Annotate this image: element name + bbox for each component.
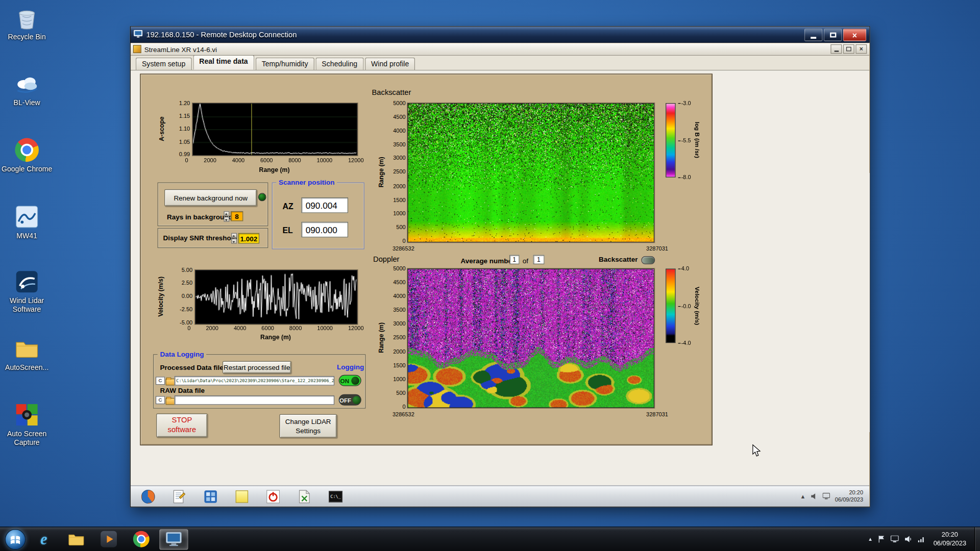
tick-label: 2500: [393, 169, 406, 175]
doppler-x-ticks: 32865323287031: [393, 411, 668, 417]
average-number-label: Average number: [460, 257, 514, 264]
desktop-icon-autoscreen-folder[interactable]: AutoScreen...: [0, 336, 54, 372]
ascope-y-ticks: 1.201.151.101.050.99: [169, 100, 190, 158]
tick-label: 3286532: [393, 411, 414, 417]
rdp-minimize-button[interactable]: [804, 29, 823, 41]
desktop-icon-label: Recycle Bin: [8, 33, 45, 42]
taskbar-explorer-icon[interactable]: [62, 529, 90, 549]
doppler-heatmap: [407, 269, 654, 408]
backscatter-y-axis-label: Range (m): [377, 103, 385, 241]
tick-label: -3.0: [678, 100, 691, 106]
tab-real-time-data[interactable]: Real time data: [193, 55, 254, 70]
remote-network-icon[interactable]: [822, 491, 830, 502]
tab-temp-humidity[interactable]: Temp/humidity: [255, 58, 314, 70]
rays-in-background-field[interactable]: 8: [231, 211, 243, 221]
remote-xr-document-icon[interactable]: [297, 489, 312, 504]
show-desktop-button[interactable]: [974, 527, 980, 551]
doppler-section-title: Doppler: [373, 255, 399, 264]
average-of-label: of: [523, 257, 528, 264]
raw-drive-selector[interactable]: C: [156, 396, 165, 404]
remote-app-icon[interactable]: [203, 489, 218, 504]
processed-data-file-label: Processed Data file: [160, 364, 223, 371]
vi-restore-button[interactable]: [843, 44, 854, 54]
desktop-icon-recycle-bin[interactable]: Recycle Bin: [0, 5, 54, 42]
tick-label: 0: [187, 325, 190, 331]
remote-taskbar: C:\_ ▲ 20:20 06/09/2023: [131, 485, 869, 507]
remote-volume-icon[interactable]: [811, 491, 817, 502]
restart-processed-file-button[interactable]: Restart processed file: [223, 361, 291, 373]
processed-data-file-path[interactable]: C:\Lidar\Data\Proc\2023\202309\20230906\…: [175, 376, 334, 385]
desktop-icon-wind-lidar[interactable]: Wind Lidar Software: [0, 269, 54, 314]
processed-browse-folder-icon[interactable]: [165, 377, 174, 385]
tab-scheduling[interactable]: Scheduling: [315, 58, 363, 70]
rdp-titlebar[interactable]: 192.168.0.150 - Remote Desktop Connectio…: [131, 27, 869, 43]
remote-console-icon[interactable]: C:\_: [328, 489, 343, 504]
remote-notes-icon[interactable]: [234, 489, 249, 504]
tick-label: 2000: [393, 183, 406, 189]
taskbar-rdp-icon[interactable]: [159, 529, 188, 549]
raw-logging-toggle[interactable]: OFF: [339, 394, 361, 406]
desktop-icon-auto-screen-capture[interactable]: Auto Screen Capture: [0, 402, 54, 447]
stop-line2: software: [168, 425, 197, 435]
taskbar-chrome-icon[interactable]: [127, 529, 156, 549]
vi-titlebar[interactable]: StreamLine XR v14-6.vi ×: [131, 43, 869, 55]
desktop-icon-mw41[interactable]: MW41: [0, 204, 54, 240]
tick-label: 5.00: [182, 267, 192, 273]
backscatter-section-title: Backscatter: [372, 88, 411, 97]
taskbar-ie-icon[interactable]: e: [30, 529, 58, 549]
host-clock[interactable]: 20:20 06/09/2023: [931, 531, 969, 547]
tick-label: 2500: [393, 335, 406, 341]
mouse-cursor: [752, 444, 761, 460]
backscatter-display-toggle[interactable]: [641, 256, 655, 264]
raw-data-file-path[interactable]: [175, 395, 334, 405]
vi-close-button[interactable]: ×: [855, 44, 867, 54]
desktop-icon-google-chrome[interactable]: Google Chrome: [0, 137, 54, 173]
remote-clock-date: 06/09/2023: [835, 496, 863, 504]
vi-minimize-button[interactable]: [830, 44, 842, 54]
velocity-plot: [195, 270, 357, 324]
rays-spinner[interactable]: [224, 211, 229, 222]
backscatter-toggle-label: Backscatter: [599, 256, 638, 263]
action-center-flag-icon[interactable]: [878, 535, 885, 543]
processed-logging-toggle[interactable]: ON: [339, 375, 361, 386]
tick-label: -5.5: [678, 137, 691, 143]
snr-spinner[interactable]: [231, 233, 237, 244]
processed-drive-selector[interactable]: C: [156, 377, 165, 385]
tab-wind-profile[interactable]: Wind profile: [365, 58, 415, 70]
taskbar-media-player-icon[interactable]: [94, 529, 123, 549]
rays-in-background-label: Rays in background: [167, 213, 233, 221]
renew-background-button[interactable]: Renew background now: [164, 189, 257, 206]
rdp-maximize-button[interactable]: [824, 29, 842, 41]
desktop-icon-bl-view[interactable]: BL-View: [0, 70, 54, 107]
average-number-field[interactable]: 1: [509, 255, 520, 264]
remote-hidden-icons-chevron[interactable]: ▲: [800, 493, 805, 499]
tick-label: 1000: [393, 376, 406, 382]
stop-software-button[interactable]: STOP software: [156, 414, 207, 438]
host-clock-time: 20:20: [934, 531, 966, 539]
rdp-close-button[interactable]: ×: [843, 29, 866, 41]
display-icon[interactable]: [891, 535, 899, 543]
remote-notepad-icon[interactable]: [172, 489, 187, 504]
snr-threshold-field[interactable]: 1.002: [238, 233, 260, 244]
tab-system-setup[interactable]: System setup: [136, 58, 192, 70]
raw-browse-folder-icon[interactable]: [165, 396, 174, 404]
network-icon[interactable]: [918, 536, 925, 542]
tick-label: -8.0: [678, 174, 691, 181]
snr-threshold-label: Display SNR threshold: [163, 234, 237, 242]
az-label: AZ: [282, 202, 293, 211]
start-button[interactable]: [5, 529, 26, 549]
tick-label: 4500: [393, 114, 406, 120]
tick-label: 0: [403, 238, 406, 244]
backscatter-y-ticks: 5000450040003500300025002000150010005000: [387, 100, 406, 244]
volume-icon[interactable]: [904, 535, 912, 543]
host-taskbar: e ▲ 20:20 06/09/2023: [0, 527, 980, 551]
remote-clock[interactable]: 20:20 06/09/2023: [835, 489, 863, 504]
remote-power-icon[interactable]: [265, 489, 280, 504]
raw-data-file-label: RAW Data file: [160, 387, 205, 394]
average-count-field[interactable]: 1: [533, 255, 544, 264]
remote-browser-icon[interactable]: [141, 489, 156, 504]
change-lidar-settings-button[interactable]: Change LiDAR Settings: [279, 414, 337, 438]
scanner-position-title: Scanner position: [276, 179, 337, 186]
tick-label: 1000: [393, 210, 406, 216]
hidden-icons-chevron[interactable]: ▲: [868, 536, 873, 542]
